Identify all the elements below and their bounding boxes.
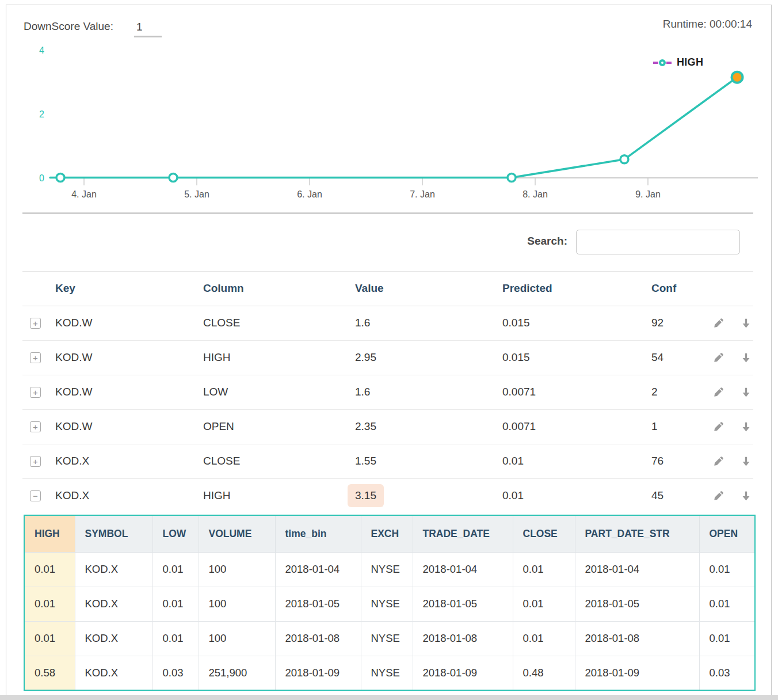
detail-cell: NYSE [361, 621, 413, 656]
svg-text:9. Jan: 9. Jan [635, 189, 661, 199]
column-header-conf[interactable]: Conf [651, 282, 676, 295]
down-arrow-button[interactable] [739, 318, 752, 330]
detail-cell: 2018-01-09 [413, 656, 513, 690]
detail-header-trade-date: TRADE_DATE [413, 515, 513, 552]
predicted-cell: 0.01 [502, 489, 524, 502]
section-divider [22, 212, 753, 214]
column-cell: HIGH [203, 351, 231, 364]
search-label: Search: [514, 235, 567, 248]
downscore-input[interactable] [134, 18, 162, 37]
detail-cell: NYSE [361, 552, 413, 587]
detail-cell: 0.48 [513, 656, 575, 690]
chart-canvas: 4. Jan5. Jan6. Jan7. Jan8. Jan9. Jan024 [17, 35, 759, 206]
detail-cell: 0.01 [152, 621, 199, 656]
edit-button[interactable] [712, 490, 724, 503]
expand-row-button[interactable]: + [30, 352, 41, 363]
column-header-predicted[interactable]: Predicted [502, 282, 552, 295]
expand-row-button[interactable]: + [30, 456, 41, 467]
expand-row-button[interactable]: + [30, 387, 41, 398]
value-cell: 2.35 [355, 420, 376, 433]
edit-button[interactable] [712, 421, 724, 434]
detail-cell: KOD.X [75, 621, 152, 656]
down-arrow-button[interactable] [739, 352, 752, 365]
detail-header-row: HIGH SYMBOL LOW VOLUME time_bin EXCH TRA… [24, 515, 755, 552]
detail-cell: 0.01 [24, 587, 75, 621]
table-row: + KOD.X CLOSE 1.55 0.01 76 [22, 444, 753, 479]
collapse-row-button[interactable]: − [30, 490, 41, 501]
legend-item-high[interactable]: HIGH [653, 56, 703, 69]
value-cell: 1.6 [355, 317, 370, 329]
svg-text:5. Jan: 5. Jan [184, 189, 209, 199]
conf-cell: 2 [651, 386, 658, 398]
down-arrow-button[interactable] [739, 421, 752, 434]
detail-cell: 251,900 [199, 656, 275, 690]
expand-row-button[interactable]: + [30, 421, 41, 432]
detail-cell: 0.03 [699, 656, 755, 690]
legend-marker-icon [653, 59, 672, 66]
down-arrow-icon [741, 387, 752, 398]
detail-cell: NYSE [361, 587, 413, 621]
detail-cell: 0.01 [513, 552, 575, 587]
predicted-cell: 0.01 [502, 455, 524, 467]
detail-cell: 0.01 [152, 587, 199, 621]
column-header-column[interactable]: Column [203, 282, 244, 295]
detail-cell: KOD.X [75, 656, 152, 690]
detail-cell: KOD.X [75, 587, 152, 621]
value-cell: 1.6 [355, 386, 370, 398]
svg-text:0: 0 [39, 173, 44, 183]
detail-cell: 0.01 [699, 587, 755, 621]
predicted-cell: 0.0071 [502, 420, 536, 433]
detail-header-exch: EXCH [361, 515, 413, 552]
detail-header-open: OPEN [699, 515, 755, 552]
edit-button[interactable] [712, 318, 724, 330]
pencil-icon [713, 318, 724, 329]
detail-row: 0.01 KOD.X 0.01 100 2018-01-04 NYSE 2018… [24, 552, 755, 587]
down-arrow-button[interactable] [739, 456, 752, 469]
key-cell: KOD.W [55, 420, 92, 433]
conf-cell: 92 [651, 317, 663, 329]
pencil-icon [713, 456, 724, 467]
detail-table: HIGH SYMBOL LOW VOLUME time_bin EXCH TRA… [24, 515, 756, 691]
down-arrow-button[interactable] [739, 387, 752, 400]
down-arrow-button[interactable] [739, 490, 752, 503]
down-arrow-icon [741, 318, 752, 329]
column-header-key[interactable]: Key [55, 282, 75, 295]
pencil-icon [713, 421, 724, 432]
pencil-icon [713, 387, 724, 398]
edit-button[interactable] [712, 387, 724, 400]
detail-cell: 2018-01-04 [413, 552, 513, 587]
column-cell: LOW [203, 386, 228, 398]
down-arrow-icon [741, 421, 752, 432]
detail-cell: 0.01 [513, 587, 575, 621]
detail-cell: 2018-01-05 [413, 587, 513, 621]
table-header-row: Key Column Value Predicted Conf [22, 271, 753, 306]
down-arrow-icon [741, 456, 752, 467]
svg-text:6. Jan: 6. Jan [297, 189, 322, 199]
search-input[interactable] [576, 230, 740, 254]
column-header-value[interactable]: Value [355, 282, 384, 295]
page-bottom-strip [0, 695, 778, 700]
svg-text:4. Jan: 4. Jan [71, 189, 97, 199]
svg-text:2: 2 [39, 109, 44, 119]
column-cell: OPEN [203, 420, 234, 433]
conf-cell: 1 [651, 420, 658, 433]
value-highlight: 3.15 [348, 484, 384, 507]
svg-text:8. Jan: 8. Jan [523, 189, 548, 199]
key-cell: KOD.X [55, 455, 89, 467]
detail-header-part-date-str: PART_DATE_STR [575, 515, 699, 552]
key-cell: KOD.X [55, 489, 89, 502]
runtime-text: Runtime: 00:00:14 [663, 18, 752, 31]
edit-button[interactable] [712, 456, 724, 469]
detail-cell: 2018-01-05 [575, 587, 699, 621]
down-arrow-icon [741, 352, 752, 363]
expand-row-button[interactable]: + [30, 318, 41, 329]
conf-cell: 45 [651, 489, 663, 502]
edit-button[interactable] [712, 352, 724, 365]
table-row: + KOD.W OPEN 2.35 0.0071 1 [22, 410, 753, 444]
svg-text:7. Jan: 7. Jan [410, 189, 435, 199]
detail-cell: 2018-01-09 [275, 656, 361, 690]
detail-row: 0.01 KOD.X 0.01 100 2018-01-05 NYSE 2018… [24, 587, 755, 621]
detail-cell: 2018-01-08 [413, 621, 513, 656]
detail-cell: 100 [199, 587, 275, 621]
detail-header-volume: VOLUME [199, 515, 275, 552]
